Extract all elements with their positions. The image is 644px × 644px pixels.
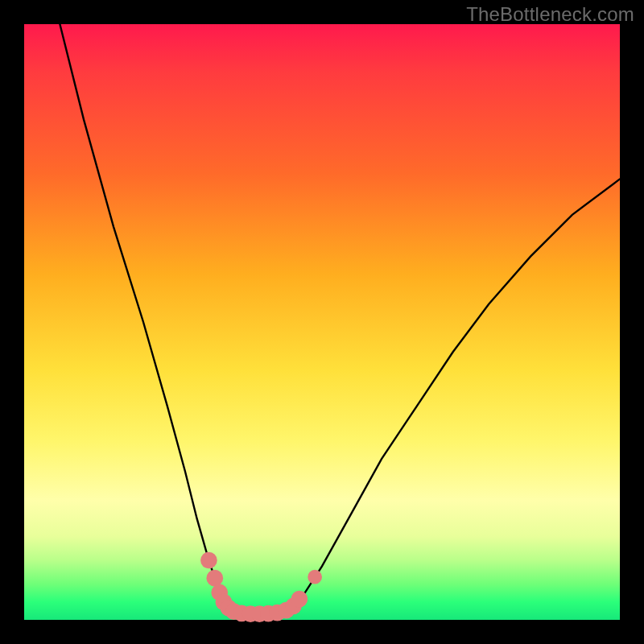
plot-area	[24, 24, 620, 620]
curve-markers	[200, 552, 322, 622]
watermark-text: TheBottleneck.com	[466, 3, 634, 26]
curve-marker	[291, 591, 308, 608]
curve-marker	[200, 552, 217, 569]
curve-marker	[308, 570, 322, 584]
chart-frame: TheBottleneck.com	[0, 0, 644, 644]
curve-marker	[206, 570, 223, 587]
bottleneck-curve	[60, 24, 620, 614]
curve-svg	[24, 24, 620, 620]
